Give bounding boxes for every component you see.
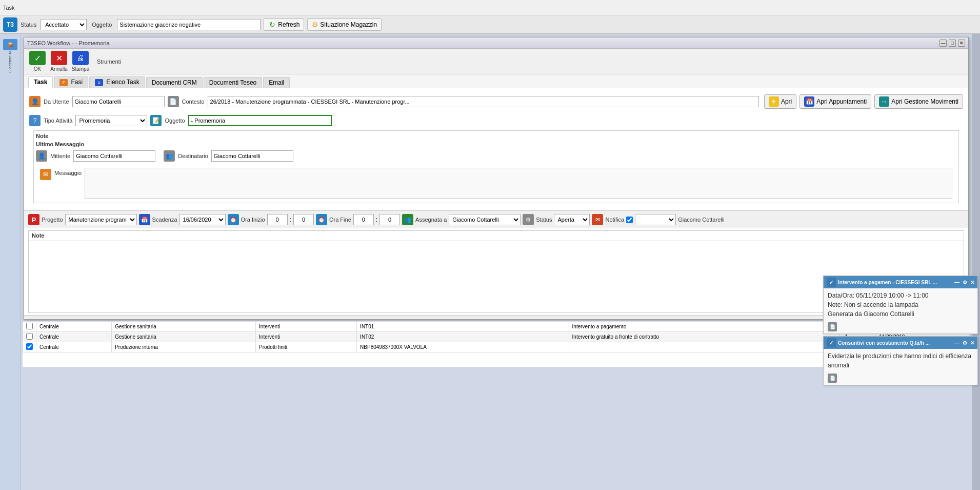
notif-2-minimize[interactable]: — [954,340,959,346]
note-title: Note [36,133,956,139]
row2-checkbox[interactable] [26,333,33,340]
row3-col5 [569,342,840,352]
tab-email[interactable]: Email [263,77,290,88]
bottom-form: P Progetto Manutenzione programma 📅 Scad… [24,210,968,228]
notif-1-footer-icon[interactable]: 📄 [828,322,837,331]
tab-documenti-teseo[interactable]: Documenti Teseo [204,77,263,88]
notif-2-title: Consuntivi con scostamento Q.tà/h ... [838,340,952,346]
notif-1-icon: ✓ [827,278,836,287]
tipo-attivita-select[interactable]: Promemoria [75,115,147,126]
notif-panel-2: ✓ Consuntivi con scostamento Q.tà/h ... … [823,336,978,385]
oggetto-field-input[interactable] [188,115,332,126]
giacenze-icon: 📦 [3,39,17,50]
ora-fine-m[interactable] [379,214,400,225]
notif-2-footer-icon[interactable]: 📄 [828,374,837,383]
situazione-button[interactable]: ⚙ Situazione Magazzin [307,18,382,31]
notification-area: ✓ Intervento a pagamen - CIESSEGI SRL ..… [821,273,980,387]
refresh-icon: ↻ [268,21,276,29]
notif-1-minimize[interactable]: — [954,280,959,285]
progetto-icon: P [28,214,39,225]
row2-col5: Intervento gratuito a fronte di contratt… [569,332,840,342]
apri-button[interactable]: ☀ Apri [764,94,796,109]
ora-inizio-h[interactable] [267,214,288,225]
messaggio-row: ✉ Messaggio [36,166,956,201]
da-utente-input[interactable] [72,96,165,107]
row1-col5: Intervento a pagamento [569,322,840,332]
status2-select[interactable]: Aperta [554,214,590,225]
row2-col3: Interventi [256,332,357,342]
form-row-2: ? Tipo Attività Promemoria 📝 Oggetto [29,115,963,126]
scadenza-label: Scadenza [152,217,177,223]
oggetto-input[interactable] [117,19,261,30]
row1-checkbox[interactable] [26,323,33,329]
tab-elenco-task[interactable]: ≡ Elenco Task [89,76,145,88]
row1-col3: Interventi [256,322,357,332]
notif-1-settings[interactable]: ⚙ [963,280,967,285]
row2-col1: Centrale [36,332,112,342]
apri-gestione-button[interactable]: ↔ Apri Gestione Movimenti [874,94,963,109]
sidebar-giacenze-label: Giacenze N [8,51,12,73]
row3-col4: NBP8049837000X VALVOLA [357,342,569,352]
stampa-icon: 🖨 [72,51,89,65]
assegnata-select[interactable]: Giacomo Cottarelli [449,214,521,225]
right-scrollbar[interactable] [972,34,980,490]
notif-2-header: ✓ Consuntivi con scostamento Q.tà/h ... … [824,337,977,349]
top-bar: Task [0,0,980,15]
mittente-input[interactable] [73,150,155,162]
row1-col1: Centrale [36,322,112,332]
tab-documenti-crm[interactable]: Documenti CRM [146,77,203,88]
status-select[interactable]: Accettato In corso Chiuso [41,19,87,30]
scadenza-select[interactable]: 16/06/2020 [179,214,226,225]
dialog-minimize-button[interactable]: — [939,40,947,47]
assegnata-icon: 👥 [402,214,413,225]
row1-col2: Gestione sanitaria [112,322,256,332]
row3-checkbox[interactable] [26,343,33,350]
messaggio-label: Messaggio [54,170,82,176]
progetto-select[interactable]: Manutenzione programma [65,214,137,225]
row2-col2: Gestione sanitaria [112,332,256,342]
da-utente-label: Da Utente [44,99,69,105]
destinatario-label: Destinatario [178,153,208,159]
note-section: Note Ultimo Messaggio 👤 Mittente 👥 Desti… [33,130,959,203]
contesto-input[interactable] [208,96,759,107]
contesto-label: Contesto [182,99,205,105]
notif-2-settings[interactable]: ⚙ [963,340,967,346]
refresh-button[interactable]: ↻ Refresh [264,18,304,31]
ultimo-msg-label: Ultimo Messaggio [36,141,956,147]
notif-1-close[interactable]: ✕ [970,280,974,285]
notif-1-title: Intervento a pagamen - CIESSEGI SRL ... [838,280,952,285]
notifica-user: Giacomo Cottarelli [678,217,724,223]
tab-task[interactable]: Task [28,76,53,88]
dialog-restore-button[interactable]: □ [949,40,956,47]
center-content: T3SEO Workflow - - Promemoria — □ ✕ ✓ OK… [21,34,972,490]
apri-appuntamenti-button[interactable]: 📅 Apri Appuntamenti [799,94,871,109]
sidebar-item-giacenze[interactable]: 📦 Giacenze N [3,39,17,73]
contesto-icon: 📄 [168,96,179,107]
stampa-button[interactable]: 🖨 Stampa [71,51,90,72]
notifica-label: Notifica [605,217,624,223]
notifica-icon: ✉ [592,214,603,225]
messaggio-icon: ✉ [40,169,51,180]
ora-fine-h[interactable] [353,214,374,225]
app-logo: T3 [3,17,17,32]
messaggio-textarea[interactable] [85,168,952,199]
notifica-select[interactable] [635,214,676,225]
dialog-toolbar: ✓ OK ✕ Annulla 🖨 Stampa Strumenti [24,49,968,74]
oggetto-label: Oggetto [92,22,112,28]
row3-col2: Produzione interna [112,342,256,352]
ok-button[interactable]: ✓ OK [28,51,47,72]
status2-icon: ⚙ [523,214,534,225]
notifica-checkbox[interactable] [626,217,633,223]
gear-icon: ⚙ [312,21,318,29]
notif-2-close[interactable]: ✕ [970,340,974,346]
dialog-close-button[interactable]: ✕ [958,40,965,47]
form-row-1: 👤 Da Utente 📄 Contesto ☀ Apri 📅 Apri Ap [29,92,963,111]
action-buttons: ☀ Apri 📅 Apri Appuntamenti ↔ Apri Gestio… [764,94,963,109]
annulla-button[interactable]: ✕ Annulla [50,51,68,72]
notif-panel-1: ✓ Intervento a pagamen - CIESSEGI SRL ..… [823,276,978,334]
ora-inizio-m[interactable] [293,214,314,225]
tab-fasi[interactable]: F Fasi [54,76,88,88]
destinatario-input[interactable] [211,150,293,162]
notif-2-body: Evidenzia le produzioni che hanno indici… [824,349,977,373]
annulla-icon: ✕ [51,51,67,65]
